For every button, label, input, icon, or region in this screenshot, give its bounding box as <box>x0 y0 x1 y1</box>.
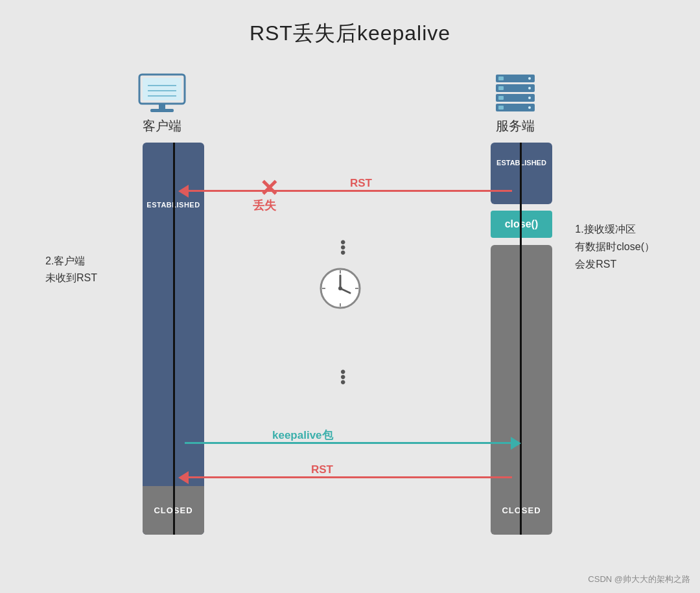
watermark: CSDN @帅大大的架构之路 <box>588 574 690 585</box>
rst-arrow-line <box>185 190 512 192</box>
svg-rect-12 <box>498 86 504 90</box>
rst2-line <box>185 476 512 478</box>
keepalive-arrow-head <box>511 437 521 450</box>
svg-point-18 <box>528 106 531 109</box>
lost-label: 丢失 <box>253 198 276 213</box>
wire-client <box>173 143 175 535</box>
keepalive-line <box>185 442 512 444</box>
keepalive-label: keepalive包 <box>272 428 333 443</box>
svg-rect-1 <box>143 78 181 100</box>
dots-top: ••• <box>340 240 347 255</box>
client-label: 客户端 <box>130 117 194 135</box>
page-title: RST丢失后keepalive <box>0 0 700 48</box>
clock-icon <box>318 266 363 311</box>
rst2-arrow-head <box>178 471 189 484</box>
monitor-icon <box>136 71 188 113</box>
svg-point-17 <box>528 97 531 99</box>
dots-bottom: ••• <box>340 369 345 385</box>
svg-point-22 <box>338 286 342 290</box>
right-annotation: 1.接收缓冲区有数据时close(）会发RST <box>575 220 655 273</box>
rst-label: RST <box>350 177 372 190</box>
wire-server <box>520 143 522 535</box>
diagram-container: 客户端 服务端 ESTABLISHED CLOSED ESTABLISHED c… <box>39 71 661 567</box>
client-icon-area: 客户端 <box>130 71 194 135</box>
rst-arrow-head-left <box>178 185 189 198</box>
svg-rect-3 <box>150 109 174 112</box>
server-icon <box>489 71 541 113</box>
svg-rect-11 <box>498 76 504 80</box>
server-label: 服务端 <box>483 117 548 135</box>
left-annotation: 2.客户端未收到RST <box>45 253 97 286</box>
svg-rect-14 <box>498 106 504 110</box>
svg-point-16 <box>528 87 531 89</box>
server-icon-area: 服务端 <box>483 71 548 135</box>
svg-rect-13 <box>498 96 504 100</box>
svg-rect-2 <box>159 104 165 109</box>
svg-point-15 <box>528 77 531 80</box>
rst2-label: RST <box>311 463 333 476</box>
